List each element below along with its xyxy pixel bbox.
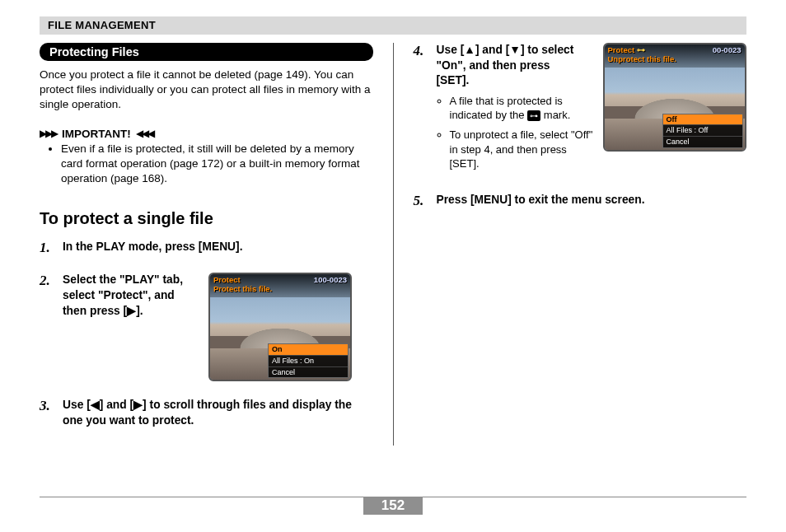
lcd-menu: Off All Files : Off Cancel [662,114,743,148]
lcd-title: Protect [608,45,635,54]
right-column: 4. Use [▲] and [▼] to select "On", and t… [394,43,747,446]
section-header: FILE MANAGEMENT [40,16,746,35]
lcd-subtitle: Unprotect this file. [608,54,676,63]
step-1: 1. In the PLAY mode, press [MENU]. [40,240,373,256]
step-number: 3. [40,398,56,414]
lcd-title: Protect [213,275,241,284]
left-arrows-icon: ◀◀◀ [136,128,153,139]
step-text: Use [◀] and [▶] to scroll through files … [63,398,373,428]
sub-text-b: mark. [540,109,570,121]
lcd-key-icon: ⊶ [637,45,645,54]
step-3: 3. Use [◀] and [▶] to scroll through fil… [40,398,373,428]
lcd-menu-item: All Files : Off [663,124,742,136]
topic-title-pill: Protecting Files [40,43,373,61]
important-bullet: Even if a file is protected, it still wi… [61,142,373,187]
step-5: 5. Press [MENU] to exit the menu screen. [414,193,747,209]
lcd-file-number: 00-0023 [713,45,742,54]
important-label: IMPORTANT! [62,128,131,140]
step-text: Select the "PLAY" tab, select "Protect",… [63,273,199,319]
step-number: 2. [40,273,56,289]
steps-list-left: 1. In the PLAY mode, press [MENU]. 2. Se… [40,240,373,428]
lcd-menu-item: Cancel [663,136,742,147]
lcd-mountain [605,77,745,119]
lcd-mountain [210,307,350,348]
intro-paragraph: Once you protect a file it cannot be del… [40,68,373,113]
sub-bullet: To unprotect a file, select "Off" in ste… [450,128,593,171]
important-bullet-list: Even if a file is protected, it still wi… [40,142,373,187]
sub-bullet-list: A file that is protected is indicated by… [437,94,593,171]
lcd-menu-item-selected: Off [663,114,742,125]
steps-list-right: 4. Use [▲] and [▼] to select "On", and t… [414,43,747,209]
sub-bullet: A file that is protected is indicated by… [450,94,593,123]
manual-page: FILE MANAGEMENT Protecting Files Once yo… [0,0,786,532]
lcd-subtitle: Protect this file. [213,284,272,293]
lcd-file-number: 100-0023 [314,275,347,284]
page-number: 152 [363,497,423,515]
step-number: 1. [40,240,56,256]
two-column-layout: Protecting Files Once you protect a file… [40,43,746,446]
step-text: Use [▲] and [▼] to select "On", and then… [437,43,577,89]
key-icon: ⊶ [527,110,540,121]
lcd-menu-item-selected: On [269,344,348,355]
important-heading: ▶▶▶ IMPORTANT! ◀◀◀ [40,128,373,140]
procedure-heading: To protect a single file [40,209,373,228]
step-text: Press [MENU] to exit the menu screen. [437,193,747,208]
right-arrows-icon: ▶▶▶ [40,128,57,139]
lcd-menu-item: Cancel [269,366,348,378]
step-number: 5. [414,193,430,209]
camera-lcd-preview: Protect 100-0023 Protect this file. On A… [208,273,352,381]
step-4: 4. Use [▲] and [▼] to select "On", and t… [414,43,747,176]
lcd-topbar: Protect ⊶ 00-0023 Unprotect this file. [605,44,745,68]
camera-lcd-preview: Protect ⊶ 00-0023 Unprotect this file. O… [603,43,746,152]
step-2: 2. Select the "PLAY" tab, select "Protec… [40,273,373,381]
lcd-topbar: Protect 100-0023 Protect this file. [210,274,350,297]
page-footer: 152 [40,497,746,517]
step-text: In the PLAY mode, press [MENU]. [63,240,373,255]
left-column: Protecting Files Once you protect a file… [40,43,393,446]
step-number: 4. [414,43,430,59]
lcd-menu: On All Files : On Cancel [268,343,349,378]
lcd-menu-item: All Files : On [269,355,348,366]
